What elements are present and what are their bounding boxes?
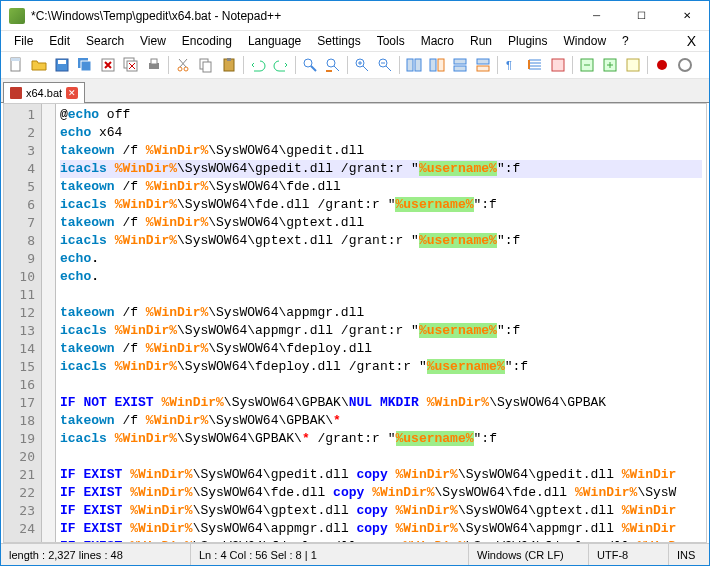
code-line[interactable]	[60, 376, 702, 394]
status-position: Ln : 4 Col : 56 Sel : 8 | 1	[191, 544, 469, 565]
code-line[interactable]: icacls %WinDir%\SysWOW64\GPBAK\* /grant:…	[60, 430, 702, 448]
code-line[interactable]: icacls %WinDir%\SysWOW64\fde.dll /grant:…	[60, 196, 702, 214]
copy-button[interactable]	[195, 54, 217, 76]
fold-button[interactable]	[576, 54, 598, 76]
code-line[interactable]: takeown /f %WinDir%\SysWOW64\gpedit.dll	[60, 142, 702, 160]
code-area[interactable]: @echo offecho x64takeown /f %WinDir%\Sys…	[56, 104, 706, 542]
maximize-button[interactable]: ☐	[619, 1, 664, 31]
menu-bar: File Edit Search View Encoding Language …	[1, 31, 709, 51]
new-file-button[interactable]	[5, 54, 27, 76]
line-number: 2	[6, 124, 35, 142]
app-icon	[9, 8, 25, 24]
close-button[interactable]: ✕	[664, 1, 709, 31]
code-line[interactable]: icacls %WinDir%\SysWOW64\gpedit.dll /gra…	[60, 160, 702, 178]
menu-edit[interactable]: Edit	[41, 32, 78, 50]
line-number: 19	[6, 430, 35, 448]
line-number: 16	[6, 376, 35, 394]
open-file-button[interactable]	[28, 54, 50, 76]
line-number: 9	[6, 250, 35, 268]
menu-plugins[interactable]: Plugins	[500, 32, 555, 50]
status-length: length : 2,327 lines : 48	[1, 544, 191, 565]
status-bar: length : 2,327 lines : 48 Ln : 4 Col : 5…	[1, 543, 709, 565]
code-line[interactable]: icacls %WinDir%\SysWOW64\gptext.dll /gra…	[60, 232, 702, 250]
code-line[interactable]: echo.	[60, 250, 702, 268]
code-line[interactable]: IF EXIST %WinDir%\SysWOW64\appmgr.dll co…	[60, 520, 702, 538]
menu-file[interactable]: File	[6, 32, 41, 50]
code-line[interactable]: takeown /f %WinDir%\SysWOW64\appmgr.dll	[60, 304, 702, 322]
indent-guide-button[interactable]	[524, 54, 546, 76]
line-number: 17	[6, 394, 35, 412]
menu-search[interactable]: Search	[78, 32, 132, 50]
find-button[interactable]	[299, 54, 321, 76]
code-line[interactable]: takeown /f %WinDir%\SysWOW64\GPBAK\*	[60, 412, 702, 430]
compare2-button[interactable]	[472, 54, 494, 76]
code-line[interactable]: IF EXIST %WinDir%\SysWOW64\fdeploy.dll c…	[60, 538, 702, 542]
code-line[interactable]: echo.	[60, 268, 702, 286]
menu-macro[interactable]: Macro	[413, 32, 462, 50]
compare-button[interactable]	[449, 54, 471, 76]
replace-button[interactable]	[322, 54, 344, 76]
code-line[interactable]: echo x64	[60, 124, 702, 142]
close-file-button[interactable]	[97, 54, 119, 76]
close-all-button[interactable]	[120, 54, 142, 76]
ucase-button[interactable]	[547, 54, 569, 76]
svg-point-12	[184, 67, 188, 71]
zoom-out-button[interactable]	[374, 54, 396, 76]
zoom-in-button[interactable]	[351, 54, 373, 76]
undo-button[interactable]	[247, 54, 269, 76]
code-line[interactable]: @echo off	[60, 106, 702, 124]
window-title: *C:\Windows\Temp\gpedit\x64.bat - Notepa…	[31, 9, 574, 23]
code-line[interactable]	[60, 448, 702, 466]
code-line[interactable]: icacls %WinDir%\SysWOW64\fdeploy.dll /gr…	[60, 358, 702, 376]
wrap-button[interactable]	[426, 54, 448, 76]
code-line[interactable]: takeown /f %WinDir%\SysWOW64\gptext.dll	[60, 214, 702, 232]
code-line[interactable]: IF NOT EXIST %WinDir%\SysWOW64\GPBAK\NUL…	[60, 394, 702, 412]
code-line[interactable]: icacls %WinDir%\SysWOW64\appmgr.dll /gra…	[60, 322, 702, 340]
status-eol[interactable]: Windows (CR LF)	[469, 544, 589, 565]
line-number: 8	[6, 232, 35, 250]
record-macro-button[interactable]	[651, 54, 673, 76]
status-mode[interactable]: INS	[669, 544, 709, 565]
tab-x64bat[interactable]: x64.bat ✕	[3, 82, 85, 103]
code-line[interactable]: IF EXIST %WinDir%\SysWOW64\fde.dll copy …	[60, 484, 702, 502]
line-number: 20	[6, 448, 35, 466]
minimize-button[interactable]: ─	[574, 1, 619, 31]
svg-rect-14	[203, 62, 211, 72]
menu-close-x[interactable]: X	[679, 33, 704, 49]
toolbar-separator	[347, 56, 348, 74]
save-button[interactable]	[51, 54, 73, 76]
code-line[interactable]: takeown /f %WinDir%\SysWOW64\fdeploy.dll	[60, 340, 702, 358]
stop-button[interactable]	[674, 54, 696, 76]
svg-rect-23	[430, 59, 436, 71]
menu-view[interactable]: View	[132, 32, 174, 50]
menu-settings[interactable]: Settings	[309, 32, 368, 50]
toolbar-separator	[647, 56, 648, 74]
cut-button[interactable]	[172, 54, 194, 76]
menu-window[interactable]: Window	[555, 32, 614, 50]
svg-point-17	[304, 59, 312, 67]
code-line[interactable]	[60, 286, 702, 304]
line-number: 7	[6, 214, 35, 232]
line-number: 5	[6, 178, 35, 196]
status-encoding[interactable]: UTF-8	[589, 544, 669, 565]
hide-lines-button[interactable]	[622, 54, 644, 76]
save-all-button[interactable]	[74, 54, 96, 76]
paste-button[interactable]	[218, 54, 240, 76]
unfold-button[interactable]	[599, 54, 621, 76]
sync-scroll-button[interactable]	[403, 54, 425, 76]
show-chars-button[interactable]: ¶	[501, 54, 523, 76]
menu-language[interactable]: Language	[240, 32, 309, 50]
tab-close-icon[interactable]: ✕	[66, 87, 78, 99]
menu-run[interactable]: Run	[462, 32, 500, 50]
line-number: 11	[6, 286, 35, 304]
menu-tools[interactable]: Tools	[369, 32, 413, 50]
line-number: 3	[6, 142, 35, 160]
code-line[interactable]: takeown /f %WinDir%\SysWOW64\fde.dll	[60, 178, 702, 196]
redo-button[interactable]	[270, 54, 292, 76]
print-button[interactable]	[143, 54, 165, 76]
code-line[interactable]: IF EXIST %WinDir%\SysWOW64\gptext.dll co…	[60, 502, 702, 520]
code-line[interactable]: IF EXIST %WinDir%\SysWOW64\gpedit.dll co…	[60, 466, 702, 484]
menu-help[interactable]: ?	[614, 32, 637, 50]
menu-encoding[interactable]: Encoding	[174, 32, 240, 50]
file-icon	[10, 87, 22, 99]
